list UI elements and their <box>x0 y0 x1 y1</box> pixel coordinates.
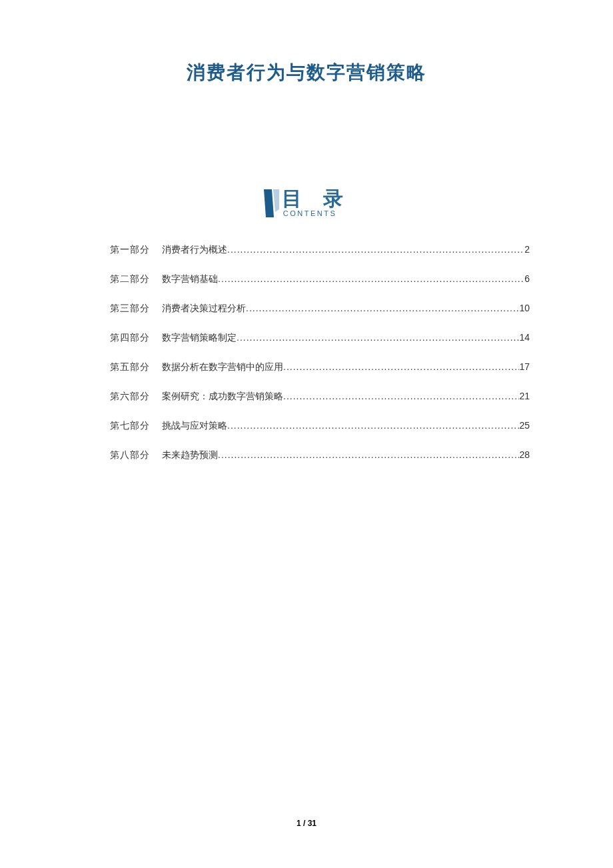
total-pages: 31 <box>308 819 316 828</box>
toc-item: 第八部分 未来趋势预测 ............................… <box>110 449 530 461</box>
toc-leader-dots: ........................................… <box>246 303 519 313</box>
toc-page-number: 17 <box>519 361 530 372</box>
toc-page-number: 21 <box>519 391 530 401</box>
toc-header: 目 录 CONTENTS <box>77 189 536 217</box>
svg-marker-1 <box>273 189 279 212</box>
toc-leader-dots: ........................................… <box>227 420 519 431</box>
toc-item: 第二部分 数字营销基础 ............................… <box>110 273 530 285</box>
toc-icon <box>262 189 281 217</box>
toc-item: 第五部分 数据分析在数字营销中的应用 .....................… <box>110 361 530 373</box>
toc-entry-title: 挑战与应对策略 <box>162 420 227 432</box>
toc-leader-dots: ........................................… <box>283 391 519 401</box>
toc-page-number: 14 <box>519 332 530 343</box>
toc-part-label: 第六部分 <box>110 391 150 403</box>
toc-part-label: 第三部分 <box>110 303 150 315</box>
toc-leader-dots: ........................................… <box>283 361 519 372</box>
toc-leader-dots: ........................................… <box>218 449 519 460</box>
page-separator: / <box>301 819 308 828</box>
toc-part-label: 第一部分 <box>110 244 150 256</box>
toc-entry-title: 数字营销基础 <box>162 273 218 285</box>
svg-marker-0 <box>264 189 274 217</box>
toc-page-number: 2 <box>524 244 530 255</box>
toc-entry-title: 消费者决策过程分析 <box>162 303 246 315</box>
toc-part-label: 第四部分 <box>110 332 150 344</box>
toc-part-label: 第二部分 <box>110 273 150 285</box>
toc-item: 第四部分 数字营销策略制定 ..........................… <box>110 332 530 344</box>
toc-page-number: 25 <box>519 420 530 431</box>
toc-item: 第七部分 挑战与应对策略 ...........................… <box>110 420 530 432</box>
toc-entry-title: 未来趋势预测 <box>162 449 218 461</box>
toc-leader-dots: ........................................… <box>218 273 524 284</box>
toc-part-label: 第五部分 <box>110 361 150 373</box>
toc-page-number: 28 <box>519 449 530 460</box>
toc-entry-title: 消费者行为概述 <box>162 244 227 256</box>
toc-leader-dots: ........................................… <box>227 244 524 255</box>
toc-label-cn: 目 录 <box>282 189 351 209</box>
toc-item: 第六部分 案例研究：成功数字营销策略 .....................… <box>110 391 530 403</box>
document-title: 消费者行为与数字营销策略 <box>77 60 536 85</box>
toc-item: 第三部分 消费者决策过程分析 .........................… <box>110 303 530 315</box>
document-page: 消费者行为与数字营销策略 目 录 CONTENTS 第一部分 消费者行为概述 .… <box>0 0 613 868</box>
toc-list: 第一部分 消费者行为概述 ...........................… <box>110 244 530 461</box>
toc-page-number: 6 <box>524 273 530 284</box>
toc-part-label: 第八部分 <box>110 449 150 461</box>
toc-entry-title: 数字营销策略制定 <box>162 332 237 344</box>
toc-label: 目 录 CONTENTS <box>282 189 351 217</box>
toc-label-en: CONTENTS <box>283 210 337 217</box>
page-footer: 1 / 31 <box>0 819 613 828</box>
toc-leader-dots: ........................................… <box>237 332 519 343</box>
toc-entry-title: 案例研究：成功数字营销策略 <box>162 391 283 403</box>
toc-entry-title: 数据分析在数字营销中的应用 <box>162 361 283 373</box>
toc-part-label: 第七部分 <box>110 420 150 432</box>
toc-page-number: 10 <box>519 303 530 313</box>
toc-item: 第一部分 消费者行为概述 ...........................… <box>110 244 530 256</box>
current-page: 1 <box>297 819 301 828</box>
